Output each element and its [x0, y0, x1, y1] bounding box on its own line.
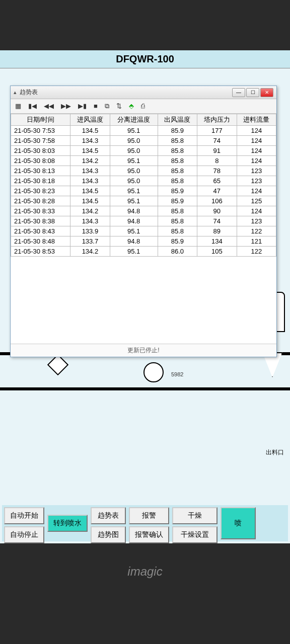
- auto-start-button[interactable]: 自动开始: [4, 507, 44, 524]
- table-cell: 134.5: [70, 196, 110, 206]
- maximize-button[interactable]: ☐: [246, 88, 259, 97]
- table-cell: 21-05-30 7:53: [11, 126, 70, 136]
- table-cell: 21-05-30 8:13: [11, 166, 70, 176]
- table-cell: 134.3: [70, 216, 110, 226]
- export-icon[interactable]: ⬘: [127, 101, 135, 111]
- table-row[interactable]: 21-05-30 8:23134.595.185.947124: [11, 186, 276, 196]
- trend-data-table: 日期/时间进风温度分离进温度出风温度塔内压力进料流量 21-05-30 7:53…: [11, 114, 276, 257]
- rewind-icon[interactable]: ◀◀: [42, 101, 55, 111]
- window-icon: ▴: [14, 89, 17, 96]
- spray-button[interactable]: 喷: [221, 507, 256, 539]
- data-table-wrap[interactable]: 日期/时间进风温度分离进温度出风温度塔内压力进料流量 21-05-30 7:53…: [11, 114, 276, 344]
- table-cell: 21-05-30 8:03: [11, 146, 70, 156]
- monitor-brand: imagic: [127, 565, 162, 579]
- copy-icon[interactable]: ⧉: [103, 101, 111, 111]
- table-cell: 21-05-30 8:08: [11, 156, 70, 166]
- table-cell: 74: [197, 136, 237, 146]
- stop-icon[interactable]: ■: [92, 101, 99, 111]
- table-cell: 134.2: [70, 156, 110, 166]
- close-button[interactable]: ✕: [260, 88, 273, 97]
- table-cell: 134.2: [70, 247, 110, 257]
- alarm-button[interactable]: 报警: [129, 507, 169, 524]
- table-cell: 85.8: [158, 176, 197, 186]
- table-cell: 95.1: [110, 156, 158, 166]
- auto-stop-button[interactable]: 自动停止: [4, 526, 44, 543]
- table-cell: 123: [237, 176, 276, 186]
- column-header[interactable]: 分离进温度: [110, 114, 158, 126]
- table-cell: 85.8: [158, 166, 197, 176]
- table-cell: 123: [237, 166, 276, 176]
- tag-value: 5982: [171, 371, 183, 377]
- filter-icon[interactable]: ⇅: [115, 101, 123, 111]
- trend-chart-button[interactable]: 趋势图: [91, 526, 126, 543]
- table-cell: 95.0: [110, 166, 158, 176]
- table-row[interactable]: 21-05-30 8:48133.794.885.9134121: [11, 236, 276, 247]
- table-cell: 21-05-30 8:48: [11, 236, 70, 247]
- table-cell: 85.8: [158, 216, 197, 226]
- window-titlebar[interactable]: ▴ 趋势表 — ☐ ✕: [11, 86, 276, 99]
- dry-settings-button[interactable]: 干燥设置: [172, 526, 218, 543]
- minimize-button[interactable]: —: [232, 88, 245, 97]
- table-cell: 94.8: [110, 206, 158, 216]
- table-cell: 85.8: [158, 136, 197, 146]
- table-cell: 21-05-30 8:18: [11, 176, 70, 186]
- toolbar: ▦ ▮◀ ◀◀ ▶▶ ▶▮ ■ ⧉ ⇅ ⬘ ⎙: [11, 99, 276, 114]
- print-icon[interactable]: ⎙: [139, 101, 147, 111]
- table-cell: 177: [197, 126, 237, 136]
- table-cell: 134.3: [70, 166, 110, 176]
- table-cell: 133.7: [70, 236, 110, 247]
- column-header[interactable]: 进风温度: [70, 114, 110, 126]
- table-cell: 85.9: [158, 196, 197, 206]
- table-cell: 134.5: [70, 126, 110, 136]
- table-cell: 134.2: [70, 206, 110, 216]
- table-cell: 65: [197, 176, 237, 186]
- table-cell: 133.9: [70, 226, 110, 236]
- table-row[interactable]: 21-05-30 8:18134.395.085.865123: [11, 176, 276, 186]
- table-cell: 134.3: [70, 136, 110, 146]
- forward-icon[interactable]: ▶▶: [59, 101, 72, 111]
- table-row[interactable]: 21-05-30 8:33134.294.885.890124: [11, 206, 276, 216]
- table-cell: 86.0: [158, 247, 197, 257]
- column-header[interactable]: 进料流量: [237, 114, 276, 126]
- table-cell: 134.3: [70, 176, 110, 186]
- table-row[interactable]: 21-05-30 7:53134.595.185.9177124: [11, 126, 276, 136]
- table-cell: 134.5: [70, 146, 110, 156]
- table-cell: 106: [197, 196, 237, 206]
- switch-spray-button[interactable]: 转到喷水: [47, 515, 88, 532]
- button-bar: 自动开始 自动停止 转到喷水 趋势表 趋势图 报警 报警确认 干燥 干燥设置 喷: [2, 505, 288, 541]
- table-cell: 125: [237, 196, 276, 206]
- table-cell: 21-05-30 8:28: [11, 196, 70, 206]
- column-header[interactable]: 塔内压力: [197, 114, 237, 126]
- table-cell: 21-05-30 8:53: [11, 247, 70, 257]
- column-header[interactable]: 日期/时间: [11, 114, 70, 126]
- first-icon[interactable]: ▮◀: [27, 101, 38, 111]
- table-row[interactable]: 21-05-30 8:08134.295.185.88124: [11, 156, 276, 166]
- table-row[interactable]: 21-05-30 8:13134.395.085.878123: [11, 166, 276, 176]
- table-row[interactable]: 21-05-30 8:03134.595.085.891124: [11, 146, 276, 156]
- table-cell: 21-05-30 7:58: [11, 136, 70, 146]
- dry-button[interactable]: 干燥: [172, 507, 218, 524]
- table-cell: 122: [237, 247, 276, 257]
- table-cell: 85.9: [158, 236, 197, 247]
- last-icon[interactable]: ▶▮: [77, 101, 88, 111]
- toolbar-grid-icon[interactable]: ▦: [14, 101, 23, 111]
- table-cell: 124: [237, 186, 276, 196]
- table-cell: 123: [237, 216, 276, 226]
- alarm-ack-button[interactable]: 报警确认: [129, 526, 169, 543]
- table-cell: 95.1: [110, 196, 158, 206]
- table-cell: 105: [197, 247, 237, 257]
- table-cell: 121: [237, 236, 276, 247]
- table-cell: 85.9: [158, 186, 197, 196]
- table-row[interactable]: 21-05-30 7:58134.395.085.874124: [11, 136, 276, 146]
- app-title: DFQWR-100: [0, 50, 290, 68]
- table-row[interactable]: 21-05-30 8:43133.995.185.889122: [11, 226, 276, 236]
- table-row[interactable]: 21-05-30 8:53134.295.186.0105122: [11, 247, 276, 257]
- table-cell: 85.8: [158, 226, 197, 236]
- table-row[interactable]: 21-05-30 8:28134.595.185.9106125: [11, 196, 276, 206]
- table-cell: 89: [197, 226, 237, 236]
- table-row[interactable]: 21-05-30 8:38134.394.885.874123: [11, 216, 276, 226]
- table-cell: 95.1: [110, 247, 158, 257]
- column-header[interactable]: 出风温度: [158, 114, 197, 126]
- table-cell: 47: [197, 186, 237, 196]
- trend-table-button[interactable]: 趋势表: [91, 507, 126, 524]
